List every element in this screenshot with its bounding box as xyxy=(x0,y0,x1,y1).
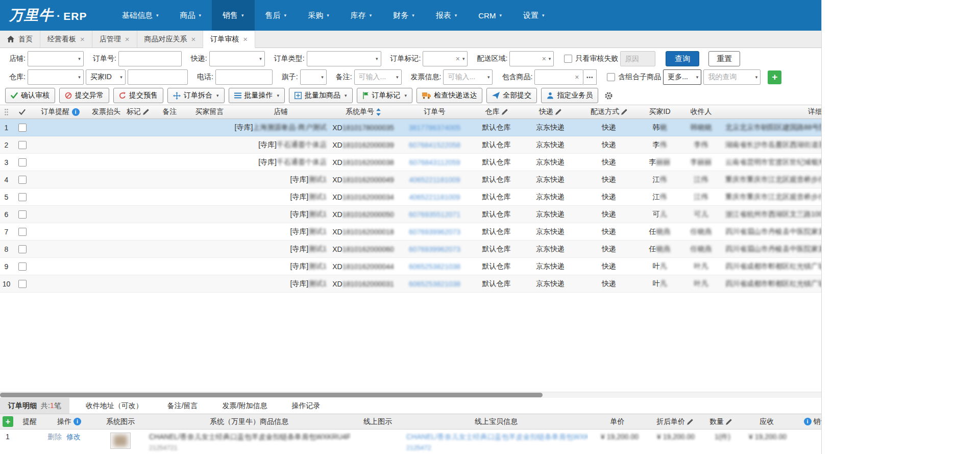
order-no-link[interactable]: 6076939962073 xyxy=(409,245,460,253)
row-checkbox[interactable] xyxy=(18,124,27,132)
detail-tab-invoice-extra[interactable]: 发票/附加信息 xyxy=(214,398,276,414)
close-icon[interactable]: × xyxy=(243,35,248,43)
reset-button[interactable]: 重置 xyxy=(708,51,740,66)
table-row[interactable]: 8[寺库]测试1XD18101620000606076939962073默认仓库… xyxy=(0,241,821,258)
col-header-drag-handle[interactable] xyxy=(0,105,13,118)
col-header-delivery-method[interactable]: 配送方式 xyxy=(580,105,638,118)
table-row[interactable]: 9[寺库]测试1XD18101620000446065253821038默认仓库… xyxy=(0,258,821,275)
order-no-link[interactable]: 6076939962073 xyxy=(409,228,460,236)
sort-icon[interactable] xyxy=(376,108,381,116)
online-product-link[interactable]: CHANEL/香奈儿女士经典口盖包羊皮金扣链条单肩包WXKRU4FU00 xyxy=(406,433,588,442)
order-no-link[interactable]: 6076843112059 xyxy=(409,158,460,166)
include-goods-more-button[interactable]: ••• xyxy=(583,69,597,85)
invoice-info-select[interactable]: 可输入...▾ xyxy=(443,69,493,85)
row-checkbox[interactable] xyxy=(18,176,27,184)
nav-item-sales[interactable]: 销售▾ xyxy=(212,0,255,31)
order-no-link[interactable]: 3817786374005 xyxy=(409,124,460,132)
order-mark-button[interactable]: 订单标记▾ xyxy=(357,88,413,103)
nav-item-after-sales[interactable]: 售后▾ xyxy=(255,0,298,31)
col-header-express[interactable]: 快递 xyxy=(520,105,580,118)
buyer-id-type-select[interactable]: 买家ID▾ xyxy=(86,69,126,85)
checkbox[interactable] xyxy=(564,55,572,63)
col-header-warehouse[interactable]: 仓库 xyxy=(473,105,520,118)
tab-shop-management[interactable]: 店管理× xyxy=(92,31,137,47)
row-checkbox[interactable] xyxy=(18,262,27,271)
submit-all-button[interactable]: 全部提交 xyxy=(486,88,537,103)
col-header-select-all[interactable] xyxy=(13,105,32,118)
checkbox[interactable] xyxy=(607,73,615,81)
nav-item-finance[interactable]: 财务▾ xyxy=(382,0,425,31)
col-header-system-no[interactable]: 系统单号 xyxy=(330,105,397,118)
col-header-address[interactable]: 详细地址 xyxy=(720,105,821,118)
row-checkbox[interactable] xyxy=(18,193,27,201)
only-audit-failed-checkbox[interactable]: 只看审核失败 xyxy=(564,54,618,63)
table-row[interactable]: 10[寺库]测试1XD18101620000316065253821038默认仓… xyxy=(0,275,821,293)
buyer-id-input[interactable] xyxy=(128,69,188,85)
delivery-area-select[interactable]: ×▾ xyxy=(509,51,554,66)
add-item-button[interactable]: + xyxy=(3,416,13,427)
order-no-link[interactable]: 4065221181009 xyxy=(409,193,460,201)
remark-select[interactable]: 可输入...▾ xyxy=(354,69,402,85)
order-no-link[interactable]: 6065253821038 xyxy=(409,280,460,288)
detail-tab-order-detail[interactable]: 订单明细共:1笔 xyxy=(0,398,69,414)
nav-item-goods[interactable]: 商品▾ xyxy=(169,0,212,31)
tab-product-mapping[interactable]: 商品对应关系× xyxy=(137,31,204,47)
order-split-merge-button[interactable]: 订单拆合▾ xyxy=(167,88,225,103)
search-button[interactable]: 查询 xyxy=(666,51,699,66)
order-no-link[interactable]: 4065221181009 xyxy=(409,176,460,184)
shop-select[interactable]: ▾ xyxy=(28,51,84,66)
col-header-shop[interactable]: 店铺 xyxy=(232,105,330,118)
table-row[interactable]: 5[寺库]测试1XD18101620000344065221181009默认仓库… xyxy=(0,188,821,206)
row-checkbox[interactable] xyxy=(18,158,27,166)
table-settings-gear-icon[interactable] xyxy=(604,91,613,100)
delete-link[interactable]: 删除 xyxy=(47,433,62,441)
confirm-audit-button[interactable]: 确认审核 xyxy=(5,88,55,103)
col-header-order-no[interactable]: 订单号 xyxy=(397,105,473,118)
include-goods-input[interactable]: × xyxy=(534,69,583,85)
clear-icon[interactable]: × xyxy=(454,55,461,63)
express-select[interactable]: ▾ xyxy=(209,51,265,66)
detail-tab-receive-address[interactable]: 收件地址（可改） xyxy=(78,398,151,414)
batch-operations-button[interactable]: 批量操作▾ xyxy=(229,88,285,103)
phone-input[interactable] xyxy=(215,69,273,85)
col-header-buyer-message[interactable]: 买家留言 xyxy=(187,105,232,118)
detail-tab-remark-message[interactable]: 备注/留言 xyxy=(159,398,206,414)
order-type-select[interactable]: ▾ xyxy=(307,51,381,66)
col-header-invoice-title[interactable]: 发票抬头 xyxy=(89,105,124,118)
row-checkbox[interactable] xyxy=(18,210,27,219)
col-header-receiver[interactable]: 收件人 xyxy=(682,105,720,118)
table-row[interactable]: 1[寺库]上海溯源奢品·商户测试XD1810178000035381778637… xyxy=(0,119,821,136)
table-row[interactable]: 2[寺库]千石通荟个体店XD18101620000396076841522058… xyxy=(0,136,821,154)
modify-link[interactable]: 修改 xyxy=(66,433,81,441)
close-icon[interactable]: × xyxy=(191,35,196,43)
scrollbar-thumb[interactable] xyxy=(0,393,543,397)
table-row[interactable]: 3[寺库]千石通荟个体店XD18101620000386076843112059… xyxy=(0,154,821,171)
assign-salesman-button[interactable]: 指定业务员 xyxy=(541,88,598,103)
close-icon[interactable]: × xyxy=(80,35,85,43)
save-query-button[interactable]: + xyxy=(768,70,781,84)
check-express-delivery-button[interactable]: 检查快递送达 xyxy=(416,88,482,103)
order-mark-select[interactable]: ×▾ xyxy=(423,51,468,66)
table-row[interactable]: 7[寺库]测试1XD18101620000186076939962073默认仓库… xyxy=(0,223,821,241)
table-row[interactable]: 4[寺库]测试1XD18101620000494065221181009默认仓库… xyxy=(0,171,821,188)
detail-row[interactable]: 1 删除修改 CHANEL/香奈儿女士经典口盖包羊皮金扣链条单肩包WXKRU4F… xyxy=(0,429,821,454)
tab-home[interactable]: 首页 xyxy=(0,31,40,47)
tab-order-audit[interactable]: 订单审核× xyxy=(203,31,255,48)
order-no-link[interactable]: 6076935512071 xyxy=(409,210,460,219)
nav-item-purchase[interactable]: 采购▾ xyxy=(297,0,340,31)
clear-icon[interactable]: × xyxy=(541,55,548,63)
row-checkbox[interactable] xyxy=(18,141,27,149)
detail-tab-operation-log[interactable]: 操作记录 xyxy=(283,398,328,414)
horizontal-scrollbar[interactable] xyxy=(0,392,821,398)
my-query-select[interactable]: 我的查询▾ xyxy=(703,69,761,85)
col-header-remark[interactable]: 备注 xyxy=(152,105,187,118)
app-logo[interactable]: 万里牛 · ERP xyxy=(0,6,111,25)
more-select[interactable]: 更多...▾ xyxy=(663,69,701,85)
include-combo-sub-checkbox[interactable]: 含组合子商品 xyxy=(607,73,661,82)
row-checkbox[interactable] xyxy=(18,245,27,253)
order-no-link[interactable]: 6076841522058 xyxy=(409,141,460,149)
clear-icon[interactable]: × xyxy=(573,73,580,81)
table-row[interactable]: 6[寺库]测试1XD18101620000506076935512071默认仓库… xyxy=(0,206,821,223)
col-header-order-alert[interactable]: 订单提醒i xyxy=(32,105,89,118)
warehouse-select[interactable]: ▾ xyxy=(28,69,84,85)
